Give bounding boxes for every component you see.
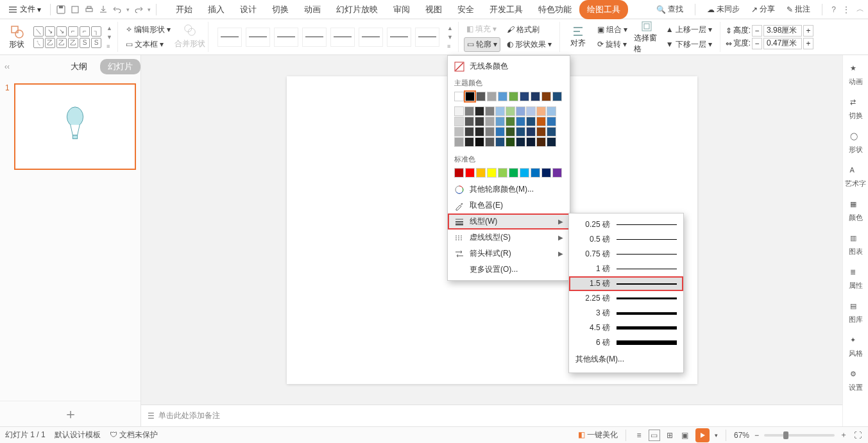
theme-color-4-9[interactable] [547, 137, 556, 147]
theme-color-3-7[interactable] [526, 127, 536, 137]
theme-color-2-5[interactable] [506, 117, 515, 126]
no-line-color[interactable]: 无线条颜色 [448, 58, 570, 74]
selection-pane-button[interactable]: 选择窗格 [634, 20, 660, 54]
slide-thumbnail-1[interactable] [14, 83, 136, 170]
right-tool-颜色[interactable]: ▦颜色 [849, 200, 863, 222]
play-chevron-icon[interactable]: ▾ [715, 432, 718, 439]
right-tool-切换[interactable]: ⇄切换 [849, 98, 863, 121]
theme-color-0[interactable] [454, 92, 464, 101]
right-tool-图库[interactable]: ▤图库 [849, 302, 863, 324]
line-weight-option-0[interactable]: 0.25 磅 [569, 217, 683, 232]
line-weight-option-6[interactable]: 3 磅 [569, 306, 683, 321]
slides-tab[interactable]: 幻灯片 [100, 59, 140, 74]
zoom-out-icon[interactable]: − [754, 431, 759, 440]
right-tool-设置[interactable]: ⚙设置 [849, 370, 863, 392]
send-backward-button[interactable]: ▼下移一层 ▾ [663, 38, 715, 51]
edit-shape-button[interactable]: ✧编辑形状 ▾ [123, 23, 173, 37]
ribbon-tab-11[interactable]: 绘图工具 [579, 0, 628, 19]
textbox-button[interactable]: ▭文本框 ▾ [123, 38, 173, 51]
fit-view-icon[interactable]: ⛶ [853, 430, 863, 440]
beautify-button[interactable]: ◧ 一键美化 [578, 430, 618, 440]
other-lines[interactable]: 其他线条(M)... [569, 350, 683, 369]
height-input[interactable]: 3.98厘米 [763, 25, 802, 37]
insert-shape-button[interactable]: 形状 [4, 24, 30, 50]
ribbon-tab-10[interactable]: 特色功能 [531, 0, 579, 19]
standard-color-4[interactable] [498, 168, 507, 178]
line-weight-option-5[interactable]: 2.25 磅 [569, 291, 683, 306]
save-icon[interactable] [56, 4, 66, 15]
theme-color-2-6[interactable] [516, 117, 525, 126]
protect-status[interactable]: 🛡 文档未保护 [110, 430, 158, 440]
align-button[interactable]: 对齐 [565, 25, 591, 49]
chevron-down-icon[interactable]: ▾ [126, 6, 130, 13]
ribbon-tab-2[interactable]: 设计 [232, 0, 264, 19]
theme-color-4-7[interactable] [526, 137, 536, 147]
ribbon-tab-4[interactable]: 动画 [296, 0, 328, 19]
theme-color-4-0[interactable] [454, 137, 464, 147]
undo-icon[interactable] [112, 4, 123, 15]
standard-color-6[interactable] [520, 168, 529, 178]
gallery-more-icon[interactable]: ≡ [447, 43, 453, 49]
standard-color-5[interactable] [509, 168, 518, 178]
gallery-down-icon[interactable]: ▼ [106, 34, 112, 40]
height-plus[interactable]: + [803, 25, 813, 37]
standard-color-2[interactable] [476, 168, 486, 178]
standard-color-1[interactable] [465, 168, 475, 178]
format-painter-button[interactable]: 🖌格式刷 [504, 23, 554, 37]
theme-color-3-2[interactable] [475, 127, 484, 137]
theme-color-4-8[interactable] [536, 137, 546, 147]
find-button[interactable]: 🔍查找 [654, 3, 686, 16]
theme-color-4-4[interactable] [495, 137, 505, 147]
ribbon-tab-7[interactable]: 视图 [418, 0, 450, 19]
outline-tab[interactable]: 大纲 [63, 59, 95, 74]
theme-color-4-2[interactable] [475, 137, 484, 147]
reading-view-icon[interactable]: ▣ [680, 430, 690, 440]
more-settings[interactable]: 更多设置(O)... [448, 262, 570, 278]
theme-color-2-4[interactable] [495, 117, 505, 126]
zoom-level[interactable]: 67% [734, 431, 749, 440]
gallery-up-icon[interactable]: ▲ [447, 25, 453, 31]
theme-color-3-9[interactable] [547, 127, 556, 137]
normal-view-icon[interactable]: ▭ [649, 430, 660, 440]
theme-color-2-9[interactable] [547, 117, 556, 126]
group-button[interactable]: ▣组合 ▾ [595, 23, 630, 37]
theme-color-4-1[interactable] [464, 137, 474, 147]
help-icon[interactable]: ? [831, 5, 836, 14]
theme-color-3-1[interactable] [464, 127, 474, 137]
theme-color-3-8[interactable] [536, 127, 546, 137]
width-plus[interactable]: + [803, 38, 813, 49]
right-tool-形状[interactable]: ◯形状 [849, 132, 863, 155]
print-icon[interactable] [84, 4, 94, 15]
ribbon-tab-0[interactable]: 开始 [168, 0, 200, 19]
standard-color-8[interactable] [541, 168, 551, 178]
standard-color-3[interactable] [487, 168, 497, 178]
theme-color-1-5[interactable] [506, 106, 515, 116]
file-menu[interactable]: 文件 ▾ [4, 2, 45, 17]
outline-button[interactable]: ▭轮廓 ▾ [464, 37, 500, 52]
shape-effect-button[interactable]: ◐形状效果 ▾ [504, 38, 554, 51]
theme-color-4[interactable] [498, 92, 507, 101]
theme-color-2-7[interactable] [526, 117, 536, 126]
redo-icon[interactable] [133, 4, 144, 15]
standard-color-0[interactable] [454, 168, 464, 178]
theme-color-2-0[interactable] [454, 117, 464, 126]
theme-color-4-5[interactable] [506, 137, 515, 147]
right-tool-风格[interactable]: ✦风格 [849, 336, 863, 358]
theme-color-2-2[interactable] [475, 117, 484, 126]
collapse-ribbon-icon[interactable]: ︿ [856, 4, 864, 15]
theme-color-1-2[interactable] [475, 106, 484, 116]
theme-color-1[interactable] [465, 92, 475, 101]
theme-color-1-7[interactable] [526, 106, 536, 116]
theme-color-7[interactable] [531, 92, 540, 101]
ribbon-tab-5[interactable]: 幻灯片放映 [328, 0, 386, 19]
ribbon-tab-1[interactable]: 插入 [200, 0, 232, 19]
right-tool-艺术字[interactable]: A艺术字 [845, 166, 866, 188]
theme-color-1-4[interactable] [495, 106, 505, 116]
theme-color-1-0[interactable] [454, 106, 464, 116]
theme-color-4-3[interactable] [485, 137, 495, 147]
line-weight-menu[interactable]: 线型(W) ▶ [448, 213, 570, 230]
line-weight-option-2[interactable]: 0.75 磅 [569, 247, 683, 262]
line-weight-option-1[interactable]: 0.5 磅 [569, 232, 683, 247]
right-tool-属性[interactable]: ≣属性 [849, 268, 863, 290]
line-weight-option-3[interactable]: 1 磅 [569, 262, 683, 276]
